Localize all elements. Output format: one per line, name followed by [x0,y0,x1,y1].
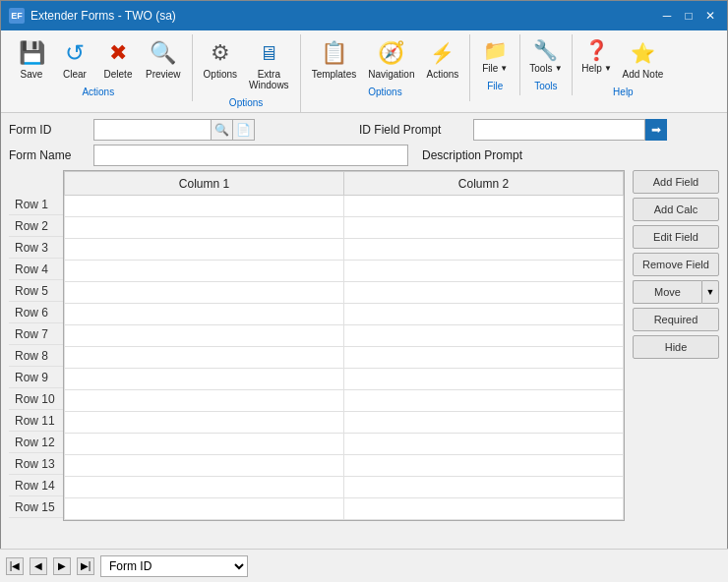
grid-cell-col2[interactable] [344,196,624,217]
grid-table: Column 1 Column 2 [64,171,624,520]
file-button[interactable]: 📁 File ▼ [476,34,514,77]
app-title: Extender Forms - TWO (sa) [30,9,176,23]
row-label: Row 2 [9,215,63,237]
preview-button[interactable]: 🔍 Preview [141,34,186,83]
id-field-prompt-input[interactable] [473,119,645,141]
options-button[interactable]: ⚙ Options [199,34,242,93]
grid-cell-col1[interactable] [65,304,344,325]
form-id-input[interactable] [93,119,212,141]
grid-cell-col1[interactable] [65,477,344,498]
file-buttons: 📁 File ▼ [476,34,514,77]
row-label: Row 11 [9,410,63,432]
file-group-label: File [487,81,503,91]
grid-cell-col1[interactable] [65,369,344,390]
grid-cell-col2[interactable] [344,455,624,477]
save-button[interactable]: 💾 Save [11,34,52,83]
form-name-label: Form Name [9,148,88,162]
status-select[interactable]: Form ID Form Name [100,555,248,577]
form-name-input[interactable] [93,145,408,166]
help-button[interactable]: ❓ Help ▼ [578,34,616,83]
preview-icon: 🔍 [148,37,179,69]
grid-cell-col2[interactable] [344,239,624,261]
navigation-icon: 🧭 [376,37,407,69]
grid-cell-col2[interactable] [344,434,624,455]
grid-cell-col1[interactable] [65,239,344,261]
extra-windows-button[interactable]: 🖥 ExtraWindows [244,34,294,93]
grid-cell-col2[interactable] [344,282,624,304]
delete-button[interactable]: ✖ Delete [97,34,139,83]
table-row [65,369,624,390]
templates-button[interactable]: 📋 Templates [307,34,362,83]
help-group-label: Help [613,87,634,97]
delete-icon: ✖ [102,37,134,69]
tools-buttons: 🔧 Tools ▼ [526,34,565,77]
grid-cell-col2[interactable] [344,217,624,239]
grid-cell-col2[interactable] [344,369,624,390]
add-calc-button[interactable]: Add Calc [633,198,719,221]
actions-buttons: 💾 Save ↺ Clear ✖ Delete 🔍 Preview [11,34,186,83]
clear-button[interactable]: ↺ Clear [54,34,95,83]
move-split-button: Move ▼ [633,280,719,304]
row-label: Row 7 [9,323,63,345]
id-prompt-go-button[interactable]: ➡ [645,119,667,141]
remove-field-button[interactable]: Remove Field [633,253,719,276]
grid-cell-col1[interactable] [65,347,344,369]
grid-cell-col1[interactable] [65,498,344,520]
help-buttons: ❓ Help ▼ ⭐ Add Note [578,34,669,83]
row-label: Row 1 [9,194,63,215]
move-dropdown-arrow[interactable]: ▼ [701,280,719,304]
table-row [65,304,624,325]
grid-cell-col2[interactable] [344,304,624,325]
grid-cell-col2[interactable] [344,325,624,347]
row-label: Row 6 [9,302,63,323]
id-prompt-field-container: ➡ [473,119,667,141]
title-bar: EF Extender Forms - TWO (sa) ─ □ ✕ [1,1,727,30]
nav-next-button[interactable]: ▶ [53,557,71,575]
grid-cell-col2[interactable] [344,498,624,520]
actions-button[interactable]: ⚡ Actions [421,34,463,83]
grid-cell-col1[interactable] [65,261,344,282]
form-id-search-button[interactable]: 🔍 [212,119,233,141]
grid-cell-col1[interactable] [65,217,344,239]
maximize-button[interactable]: □ [680,7,698,25]
move-button[interactable]: Move [633,280,701,304]
navigation-button[interactable]: 🧭 Navigation [363,34,419,83]
file-label-row: File ▼ [482,63,508,74]
grid-cell-col1[interactable] [65,282,344,304]
grid-cell-col1[interactable] [65,390,344,412]
required-button[interactable]: Required [633,308,719,331]
edit-field-button[interactable]: Edit Field [633,225,719,249]
nav-first-button[interactable]: |◀ [6,557,24,575]
table-row [65,217,624,239]
grid-cell-col1[interactable] [65,455,344,477]
tools-button[interactable]: 🔧 Tools ▼ [526,34,565,77]
hide-button[interactable]: Hide [633,335,719,359]
save-icon: 💾 [16,37,47,69]
minimize-button[interactable]: ─ [658,7,676,25]
add-field-button[interactable]: Add Field [633,170,719,194]
toolbar: 💾 Save ↺ Clear ✖ Delete 🔍 Preview Action… [1,30,727,113]
row-label: Row 12 [9,432,63,453]
nav-last-button[interactable]: ▶| [77,557,94,575]
grid-cell-col2[interactable] [344,390,624,412]
nav-prev-button[interactable]: ◀ [30,557,47,575]
table-row [65,261,624,282]
grid-cell-col2[interactable] [344,261,624,282]
navigation-label: Navigation [368,69,414,80]
table-row [65,412,624,434]
row-label: Row 5 [9,280,63,302]
add-note-button[interactable]: ⭐ Add Note [618,34,669,83]
grid-cell-col1[interactable] [65,325,344,347]
grid-cell-col1[interactable] [65,434,344,455]
table-row [65,434,624,455]
grid-cell-col1[interactable] [65,196,344,217]
grid-cell-col2[interactable] [344,347,624,369]
close-button[interactable]: ✕ [701,7,719,25]
grid-cell-col2[interactable] [344,477,624,498]
form-id-label: Form ID [9,123,88,137]
table-row [65,390,624,412]
form-id-browse-button[interactable]: 📄 [233,119,255,141]
grid-cell-col1[interactable] [65,412,344,434]
grid-cell-col2[interactable] [344,412,624,434]
toolbar-group-options1: ⚙ Options 🖥 ExtraWindows Options [193,34,301,112]
